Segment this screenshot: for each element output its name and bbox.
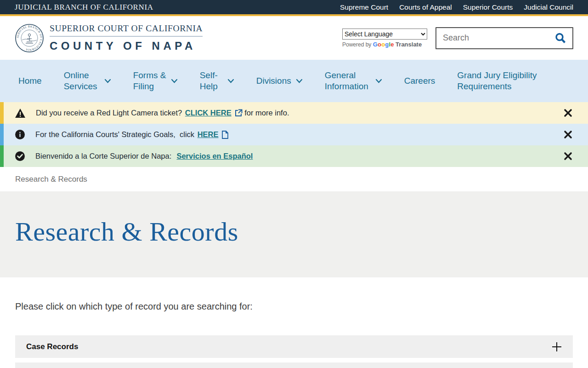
utility-link-courts-of-appeal[interactable]: Courts of Appeal [399,3,452,12]
chevron-down-icon [227,79,234,83]
site-name-line1: SUPERIOR COURT OF CALIFORNIA [50,23,203,37]
header-right: Select Language Powered by Google Transl… [342,27,573,49]
alert-text: Bienvenido a la Corte Superior de Napa: … [35,152,254,161]
main-nav: Home Online Services Forms & Filing Self… [0,60,588,102]
breadcrumb-current: Research & Records [15,175,87,184]
nav-item-forms-filing[interactable]: Forms & Filing [133,70,178,92]
google-logo: Google [373,41,394,48]
document-icon [222,131,228,139]
court-seal-icon: JUDICIAL BRANCH OF CALIFORNIA [15,23,44,53]
utility-links: Supreme Court Courts of Appeal Superior … [340,3,573,12]
external-link-icon [235,109,243,117]
accordion-case-records[interactable]: Case Records [15,335,573,358]
site-name: SUPERIOR COURT OF CALIFORNIA COUNTY OF N… [50,23,203,52]
chevron-down-icon [375,79,382,83]
site-name-line2: COUNTY OF NAPA [50,40,203,52]
search-button[interactable] [552,32,572,45]
plus-icon [552,342,562,352]
nav-item-divisions[interactable]: Divisions [256,75,303,86]
brand-home-link[interactable]: JUDICIAL BRANCH OF CALIFORNIA SUPERIOR C… [15,23,203,53]
close-icon[interactable] [562,107,574,119]
search-input[interactable] [436,33,552,43]
utility-link-superior-courts[interactable]: Superior Courts [463,3,513,12]
check-circle-icon [15,151,25,161]
alert-text: Did you receive a Red Light Camera ticke… [36,109,289,117]
page-title-band: Research & Records [0,191,588,277]
search-icon [554,32,567,45]
nav-item-grand-jury-eligibility[interactable]: Grand Jury Eligibility Requirements [457,70,540,92]
alert-spanish-services: Bienvenido a la Corte Superior de Napa: … [0,145,588,167]
alert-text: For the California Courts' Strategic Goa… [35,130,228,139]
alert-red-light-camera: Did you receive a Red Light Camera ticke… [0,102,588,124]
alert-strategic-goals: For the California Courts' Strategic Goa… [0,124,588,145]
strategic-goals-link[interactable]: HERE [198,130,219,139]
breadcrumb: Research & Records [0,167,588,191]
intro-text: Please click on which type of record you… [0,277,588,312]
language-select[interactable]: Select Language [342,29,427,40]
nav-item-online-services[interactable]: Online Services [64,70,111,92]
nav-item-self-help[interactable]: Self-Help [200,70,234,92]
warning-triangle-icon [15,109,25,118]
site-header: JUDICIAL BRANCH OF CALIFORNIA SUPERIOR C… [0,16,588,60]
site-search [435,27,573,49]
utility-bar: JUDICIAL BRANCH OF CALIFORNIA Supreme Co… [0,0,588,16]
close-icon[interactable] [562,150,574,162]
google-translate-attribution: Powered by Google Translate [342,41,427,48]
servicios-en-espanol-link[interactable]: Servicios en Español [176,152,253,161]
accordion-partial[interactable] [15,362,573,368]
utility-link-judicial-council[interactable]: Judicial Council [524,3,573,12]
accordion-label: Case Records [26,342,78,351]
utility-bar-title: JUDICIAL BRANCH OF CALIFORNIA [15,3,153,12]
close-icon[interactable] [562,128,574,141]
nav-item-careers[interactable]: Careers [404,75,435,86]
info-circle-icon [15,130,25,139]
chevron-down-icon [104,79,111,83]
nav-item-general-information[interactable]: General Information [325,70,382,92]
nav-item-home[interactable]: Home [18,75,42,86]
red-light-camera-link[interactable]: CLICK HERE [185,109,232,117]
page-title: Research & Records [15,216,238,247]
chevron-down-icon [171,79,178,83]
language-block: Select Language Powered by Google Transl… [342,29,427,48]
utility-link-supreme-court[interactable]: Supreme Court [340,3,388,12]
chevron-down-icon [296,79,303,83]
